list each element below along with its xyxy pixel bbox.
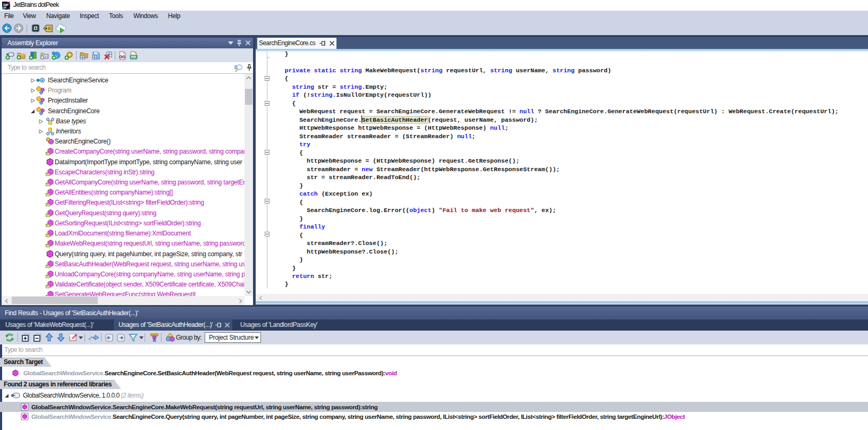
- svg-text:DP: DP: [3, 3, 9, 7]
- svg-text:PDB: PDB: [131, 56, 136, 58]
